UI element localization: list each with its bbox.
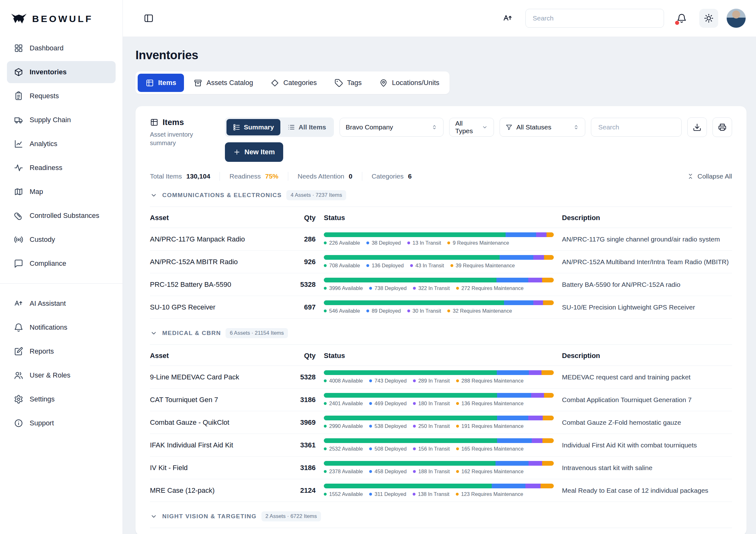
section-header[interactable]: COMMUNICATIONS & ELECTRONICS 4 Assets · …	[150, 181, 732, 207]
table-row[interactable]: AN/PRC-117G Manpack Radio 286 226 Availa…	[150, 228, 732, 251]
asset-name: AN/PRC-117G Manpack Radio	[150, 235, 273, 243]
chevron-down-icon	[482, 124, 488, 130]
bar-segment-available	[324, 300, 504, 305]
sidebar-toggle-button[interactable]	[139, 9, 158, 28]
page-tabs: Items Assets Catalog Categories Tags Loc…	[135, 71, 449, 94]
section-badge: 6 Assets · 21154 Items	[226, 328, 288, 338]
column-header-description: Description	[562, 352, 732, 360]
user-avatar[interactable]	[726, 9, 746, 28]
stat-value: 0	[349, 172, 353, 180]
brand[interactable]: BEOWULF	[0, 0, 122, 35]
dashboard-icon	[14, 43, 23, 53]
tab-locations-units[interactable]: Locations/Units	[371, 74, 447, 92]
asset-status: 2532 Available508 Deployed156 In Transit…	[324, 438, 554, 452]
tab-tags[interactable]: Tags	[327, 74, 369, 92]
asset-name: Combat Gauze - QuikClot	[150, 419, 273, 427]
sidebar-item-custody[interactable]: Custody	[7, 229, 116, 251]
bar-segment-deployed	[497, 416, 528, 420]
export-button[interactable]	[687, 117, 707, 137]
sidebar-item-inventories[interactable]: Inventories	[7, 61, 116, 83]
bar-segment-maintenance	[542, 461, 554, 466]
sidebar-item-requests[interactable]: Requests	[7, 85, 116, 107]
sidebar-item-label: Custody	[30, 236, 55, 244]
print-button[interactable]	[713, 117, 732, 137]
asset-name: 9-Line MEDEVAC Card Pack	[150, 373, 273, 381]
sidebar-item-user-roles[interactable]: User & Roles	[7, 364, 116, 386]
bar-segment-deployed	[497, 278, 528, 282]
status-bar	[324, 484, 554, 488]
legend-maintenance: 9 Requires Maintenance	[447, 240, 509, 246]
table-header: Asset Qty Status Description	[150, 345, 732, 366]
bar-segment-available	[324, 416, 497, 420]
settings-icon	[14, 394, 23, 404]
sidebar-item-reports[interactable]: Reports	[7, 340, 116, 362]
status-legend: 2990 Available538 Deployed250 In Transit…	[324, 423, 554, 429]
sidebar-item-ai-assistant[interactable]: AI Assistant	[7, 292, 116, 315]
map-icon	[14, 187, 23, 196]
sidebar-nav-secondary: AI Assistant Notifications Reports User …	[0, 291, 122, 434]
asset-qty: 926	[281, 258, 316, 266]
status-bar	[324, 255, 554, 260]
column-header-qty: Qty	[281, 214, 316, 222]
sidebar-item-notifications[interactable]: Notifications	[7, 317, 116, 339]
sidebar-item-supply-chain[interactable]: Supply Chain	[7, 109, 116, 131]
view-toggle-label: All Items	[299, 123, 326, 131]
sidebar-item-label: User & Roles	[30, 371, 70, 379]
new-item-button[interactable]: New Item	[225, 142, 283, 162]
column-header-asset: Asset	[150, 214, 273, 222]
column-header-status: Status	[324, 352, 554, 360]
tab-label: Assets Catalog	[206, 79, 253, 87]
section-header[interactable]: MEDICAL & CBRN 6 Assets · 21154 Items	[150, 318, 732, 345]
sidebar-item-dashboard[interactable]: Dashboard	[7, 37, 116, 59]
company-select[interactable]: Bravo Company	[339, 118, 444, 137]
notification-dot	[675, 21, 679, 25]
table-row[interactable]: SU-10 GPS Receiver 697 546 Available89 D…	[150, 296, 732, 318]
table-row[interactable]: IV Kit - Field 3186 2378 Available458 De…	[150, 457, 732, 479]
sidebar-item-analytics[interactable]: Analytics	[7, 133, 116, 155]
theme-toggle-button[interactable]	[699, 9, 718, 28]
printer-icon	[718, 123, 727, 132]
action-row: New Item	[225, 142, 732, 162]
items-panel: Items Asset inventory summary Summary Al…	[135, 106, 746, 534]
sidebar-item-compliance[interactable]: Compliance	[7, 252, 116, 274]
type-select[interactable]: All Types	[449, 118, 494, 137]
table-row[interactable]: AN/PRC-152A MBITR Radio 926 708 Availabl…	[150, 251, 732, 273]
global-search-input[interactable]	[533, 14, 657, 22]
controlled-substances-icon	[14, 211, 23, 220]
collapse-icon	[687, 173, 694, 180]
asset-status: 546 Available89 Deployed30 In Transit32 …	[324, 300, 554, 314]
bar-segment-available	[324, 393, 497, 398]
table-row[interactable]: CAT Tourniquet Gen 7 3186 2401 Available…	[150, 389, 732, 411]
items-search-input[interactable]	[598, 123, 674, 131]
asset-name: SU-10 GPS Receiver	[150, 303, 273, 311]
table-row[interactable]: MRE Case (12-pack) 2124 1552 Available31…	[150, 479, 732, 502]
view-toggle-summary[interactable]: Summary	[227, 119, 280, 135]
sidebar-item-readiness[interactable]: Readiness	[7, 157, 116, 179]
legend-available: 4008 Available	[324, 378, 363, 384]
view-toggle-all-items[interactable]: All Items	[281, 119, 333, 135]
collapse-all-button[interactable]: Collapse All	[687, 172, 732, 180]
status-select[interactable]: All Statuses	[500, 118, 585, 137]
tab-categories[interactable]: Categories	[263, 74, 324, 92]
ai-assistant-button[interactable]	[498, 9, 517, 28]
notifications-button[interactable]	[672, 9, 691, 28]
section-header[interactable]: NIGHT VISION & TARGETING 2 Assets · 6722…	[150, 502, 732, 528]
tab-assets-catalog[interactable]: Assets Catalog	[186, 74, 261, 92]
table-row[interactable]: PRC-152 Battery BA-5590 5328 3996 Availa…	[150, 273, 732, 296]
asset-description: AN/PRC-117G single channel ground/air ra…	[562, 236, 732, 243]
sidebar-item-support[interactable]: Support	[7, 412, 116, 434]
main-area: Inventories Items Assets Catalog Categor…	[123, 0, 756, 534]
asset-qty: 3186	[281, 464, 316, 472]
legend-available: 1552 Available	[324, 491, 363, 497]
panel-title-block: Items Asset inventory summary	[150, 117, 217, 162]
legend-deployed: 89 Deployed	[366, 308, 401, 314]
table-row[interactable]: IFAK Individual First Aid Kit 3361 2532 …	[150, 434, 732, 457]
sidebar-item-label: AI Assistant	[30, 299, 66, 308]
tab-items[interactable]: Items	[138, 74, 184, 92]
sidebar-item-map[interactable]: Map	[7, 181, 116, 203]
sidebar-item-settings[interactable]: Settings	[7, 388, 116, 410]
asset-description: MEDEVAC request card and training packet	[562, 373, 732, 381]
sidebar-item-controlled-substances[interactable]: Controlled Substances	[7, 205, 116, 227]
table-row[interactable]: 9-Line MEDEVAC Card Pack 5328 4008 Avail…	[150, 366, 732, 389]
table-row[interactable]: Combat Gauze - QuikClot 3969 2990 Availa…	[150, 411, 732, 434]
